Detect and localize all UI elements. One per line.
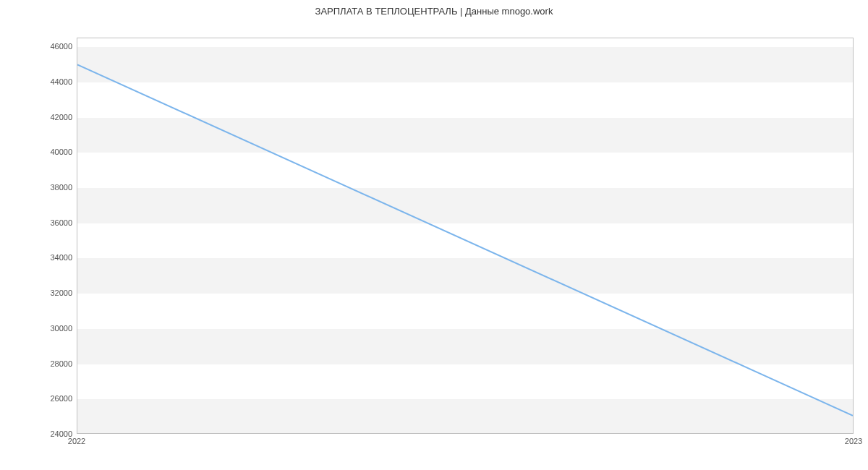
y-tick: 30000: [7, 324, 72, 333]
y-tick: 24000: [7, 430, 72, 438]
y-tick: 38000: [7, 183, 72, 192]
y-tick: 32000: [7, 289, 72, 297]
y-tick: 34000: [7, 253, 72, 262]
x-tick: 2022: [68, 437, 85, 445]
x-tick: 2023: [845, 437, 862, 445]
y-tick: 26000: [7, 394, 72, 403]
y-tick: 46000: [7, 42, 72, 51]
chart-container: ЗАРПЛАТА В ТЕПЛОЦЕНТРАЛЬ | Данные mnogo.…: [0, 0, 868, 470]
y-tick: 36000: [7, 218, 72, 227]
y-tick: 40000: [7, 148, 72, 156]
y-tick: 42000: [7, 113, 72, 121]
series-line: [77, 38, 853, 433]
plot-area: [77, 38, 854, 434]
y-tick: 28000: [7, 359, 72, 368]
y-tick: 44000: [7, 77, 72, 86]
chart-title: ЗАРПЛАТА В ТЕПЛОЦЕНТРАЛЬ | Данные mnogo.…: [0, 6, 868, 17]
